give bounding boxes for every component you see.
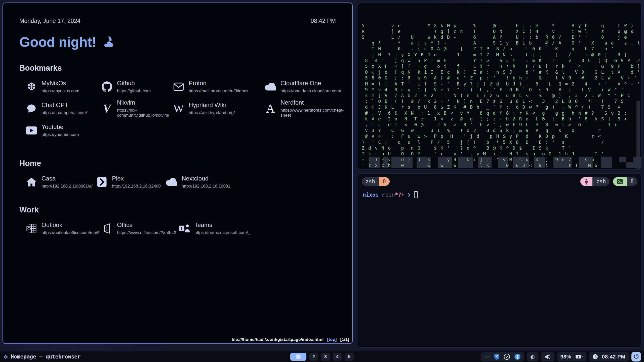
- workspace-button[interactable]: 2: [309, 353, 318, 361]
- tabbar-right-status: zsh 8: [580, 177, 637, 186]
- bookmark-link[interactable]: Casa http://192.168.2.16:8081/#/: [25, 175, 96, 189]
- matrix-terminal-window: 5 v c # X k M p % @ . E j . H * A y h q …: [358, 3, 641, 170]
- matrix-row: 5 v c # X k M p % @ . E j . H * A y h q …: [362, 23, 640, 28]
- bookmark-link[interactable]: T Teams https://teams.microsoft.com/_: [178, 221, 336, 235]
- clock-widget[interactable]: 08:42 PM: [589, 352, 629, 361]
- matrix-row: # V = : F u w > P p H ' j d p H & y P d …: [362, 133, 640, 139]
- matrix-row: ) ' C ; q u l P / 5 j [ ! b * 5 X 8 D E …: [362, 139, 640, 145]
- shell-terminal-window[interactable]: zsh 0 zsh 8 nixos main: [358, 173, 641, 348]
- nix-snowflake-icon: ❆: [25, 81, 37, 93]
- matrix-row: ? M Y b $ l k C G p x 6 7 w q l K < - 8 …: [362, 168, 640, 169]
- bookmark-link[interactable]: Office https://www.office.com/?auth=2: [101, 221, 178, 235]
- bookmark-url: http://192.168.2.16:32400: [112, 184, 161, 189]
- bookmark-link[interactable]: Plex http://192.168.2.16:32400: [96, 175, 166, 189]
- section-bookmarks: Bookmarks ❆ MyNixOs https://mynixos.com: [19, 64, 336, 137]
- matrix-row: T k t u U O O Y ' r v ' . y M i ' H 7 s …: [362, 151, 640, 157]
- volume-control[interactable]: [541, 352, 554, 361]
- greeting: Good night!: [19, 34, 336, 50]
- matrix-row: ; ` O B ( ) # / k 2 - ' N ) n E 7 z 6 u …: [362, 98, 640, 104]
- matrix-row: ' Y x c b w _ & w W _ l K - 0 u J < 9 i …: [362, 162, 640, 168]
- bookmark-link[interactable]: Proton https://mail.proton.me/u/0/inbox: [173, 80, 264, 94]
- date-label: Monday, June 17, 2024: [19, 18, 80, 24]
- speaker-icon: [544, 354, 551, 359]
- matrix-row: q * * a ; s Y ? + A S 1 y B L b @ / A D …: [362, 40, 640, 46]
- mail-envelope-icon: [173, 81, 185, 93]
- power-icon: [633, 353, 639, 360]
- bookmark-url: http://192.168.2.16:10081: [182, 184, 230, 189]
- terminal-prompt-icon: [613, 177, 627, 186]
- shell-prompt[interactable]: nixos main *?+ ❯: [363, 191, 637, 198]
- workspace-button[interactable]: 4: [333, 353, 342, 361]
- prompt-host: nixos: [363, 192, 379, 198]
- letter-a-icon: A: [264, 103, 276, 115]
- bookmark-url: https://outlook.office.com/mail/: [42, 230, 99, 235]
- chat-bubble-icon: [25, 103, 37, 115]
- power-button[interactable]: [631, 352, 641, 361]
- taskbar: ❆ Homepage — qutebrowser 2345 ◐ 98%: [0, 351, 644, 362]
- cloud-icon: [264, 81, 276, 93]
- tray-icon-group: [480, 352, 524, 361]
- matrix-row: 5 8 0 G ; : R s 9 A [ # e ^ Z p : ' ! b …: [362, 75, 640, 81]
- bookmark-url: https://www.office.com/?auth=2: [117, 230, 176, 235]
- bookmark-link[interactable]: A Nerdfont https://www.nerdfonts.com/che…: [264, 99, 344, 118]
- bookmark-name: Teams: [194, 221, 250, 229]
- bluetooth-icon[interactable]: [514, 353, 521, 360]
- bookmark-name: Cloudflare One: [280, 80, 341, 87]
- bookmark-url: https://www.nerdfonts.com/cheat-sheet: [280, 108, 344, 118]
- bookmark-link[interactable]: Nextcloud http://192.168.2.16:10081: [166, 175, 336, 189]
- matrix-row: = c ) E v d ) d k y 4 U i ] j ' y M s u …: [362, 157, 640, 162]
- house-icon: [25, 176, 37, 188]
- window-title-text: Homepage — qutebrowser: [11, 354, 80, 360]
- tab-zsh[interactable]: zsh 0: [362, 177, 390, 186]
- bookmark-url: https://mail.proton.me/u/0/inbox: [189, 88, 248, 94]
- bookmark-link[interactable]: Youtube https://youtube.com: [25, 123, 101, 137]
- tab-badge: 0: [379, 177, 390, 186]
- bookmark-link[interactable]: Outlook https://outlook.office.com/mail/: [25, 221, 101, 235]
- night-light-toggle[interactable]: ◐: [527, 352, 538, 361]
- bookmark-link[interactable]: W Hyprland Wiki https://wiki.hyprland.or…: [173, 99, 264, 118]
- terminal-tabbar: zsh 0 zsh 8: [362, 177, 637, 186]
- bookmark-name: Github: [117, 80, 151, 87]
- workspace-switcher: 2345: [290, 353, 354, 361]
- youtube-play-icon: [25, 124, 37, 137]
- bookmark-link[interactable]: Chat GPT https://chat.openai.com/: [25, 99, 101, 118]
- bookmark-link[interactable]: Github https://github.com: [101, 80, 173, 94]
- statusbar-scroll-position: [top]: [327, 337, 337, 342]
- matrix-row: j H ? j y X Y B J o 1 = I 7 M N s L j [ …: [362, 52, 640, 58]
- tab-label: zsh: [362, 177, 379, 186]
- qutebrowser-window: Monday, June 17, 2024 08:42 PM Good nigh…: [3, 3, 353, 344]
- bookmark-link[interactable]: ❆ MyNixOs https://mynixos.com: [25, 80, 101, 94]
- matrix-row: # , V 6 & X N ; 1 x B < v Y 8 q d f 8 ; …: [362, 110, 640, 116]
- workspace-1-active[interactable]: [290, 353, 306, 361]
- bookmark-name: Office: [117, 221, 176, 229]
- office-door-icon: [101, 222, 113, 235]
- inactive-workspaces: 2345: [309, 353, 354, 361]
- teams-icon: T: [178, 222, 190, 235]
- battery-status[interactable]: 98%: [557, 352, 586, 361]
- workspace-button[interactable]: 5: [345, 353, 354, 361]
- desktop: Monday, June 17, 2024 08:42 PM Good nigh…: [0, 0, 644, 362]
- bookmark-link[interactable]: Cloudflare One https://one.dash.cloudfla…: [264, 80, 344, 94]
- check-circle-icon[interactable]: [504, 353, 510, 360]
- bookmark-url: https://mynixos.com: [42, 88, 79, 94]
- startpage-header: Monday, June 17, 2024 08:42 PM: [19, 18, 336, 24]
- shield-icon[interactable]: [494, 353, 500, 360]
- section-title: Bookmarks: [19, 64, 336, 73]
- matrix-row: R ] e ) g ] c n T Q N z C ( 4 v i w l z …: [362, 28, 640, 34]
- system-tray: ◐ 98% 08:42 PM: [480, 352, 641, 361]
- prompt-symbol: ❯: [408, 192, 411, 198]
- active-window-title[interactable]: ❆ Homepage — qutebrowser: [4, 354, 81, 360]
- workspace-button[interactable]: 3: [321, 353, 330, 361]
- wikipedia-w-icon: W: [173, 103, 185, 115]
- status-pill: zsh: [580, 177, 610, 186]
- bookmark-url: https://teams.microsoft.com/_: [194, 230, 250, 235]
- bookmark-url: https://nix-community.github.io/nixvim/: [117, 108, 173, 118]
- matrix-row: Q @ j e [ q K k i I E c k ) Z a ; n S J …: [362, 69, 640, 75]
- work-grid: Outlook https://outlook.office.com/mail/…: [19, 221, 336, 235]
- bookmark-link[interactable]: V Nixvim https://nix-community.github.io…: [101, 99, 173, 118]
- github-icon: [101, 81, 113, 93]
- connect-arrows-icon[interactable]: [484, 354, 490, 359]
- matrix-row: k V e 2 n N T z 1 < z # g ( ; z + h @ R …: [362, 116, 640, 122]
- plex-chevron-icon: [96, 176, 108, 188]
- section-title: Work: [19, 205, 336, 214]
